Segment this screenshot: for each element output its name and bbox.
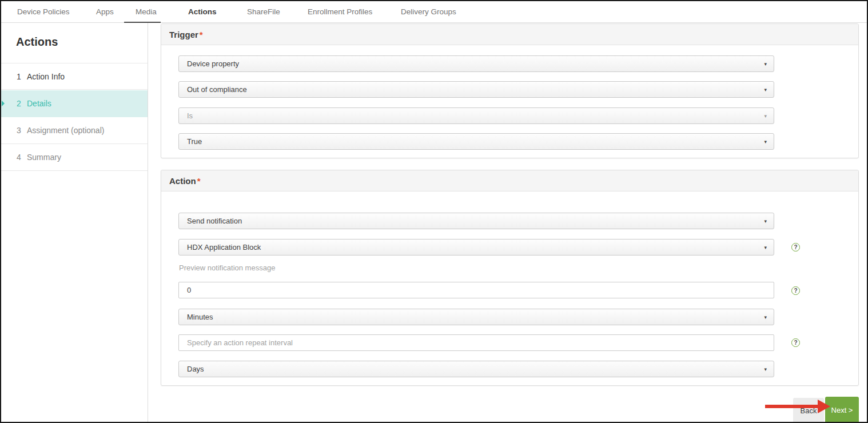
trigger-value-select[interactable]: True ▾ <box>178 133 774 150</box>
tab-sharefile[interactable]: ShareFile <box>247 1 280 23</box>
step-label: Summary <box>27 153 61 162</box>
help-icon[interactable]: ? <box>791 286 800 295</box>
step-label: Action Info <box>27 72 65 81</box>
step-number: 3 <box>17 126 21 135</box>
trigger-value-value: True <box>187 137 202 146</box>
trigger-property-value: Out of compliance <box>187 85 247 94</box>
chevron-down-icon: ▾ <box>764 113 767 119</box>
tab-apps[interactable]: Apps <box>96 1 114 23</box>
delay-value-input[interactable] <box>178 282 774 298</box>
trigger-panel: Trigger* Device property ▾ Out of compli… <box>161 23 859 158</box>
chevron-down-icon: ▾ <box>764 139 767 145</box>
delay-unit-value: Minutes <box>187 313 213 321</box>
action-panel: Action* Send notification ▾ HDX Applicat… <box>161 170 859 386</box>
top-nav: Device Policies Apps Media Actions Share… <box>1 1 867 23</box>
chevron-down-icon: ▾ <box>764 314 767 320</box>
tab-actions[interactable]: Actions <box>188 1 217 23</box>
notification-template-value: HDX Application Block <box>187 243 261 252</box>
active-step-arrow-icon <box>2 101 5 106</box>
delay-unit-select[interactable]: Minutes ▾ <box>178 309 774 325</box>
chevron-down-icon: ▾ <box>764 366 767 372</box>
required-marker: * <box>200 30 203 39</box>
step-label: Details <box>27 99 51 108</box>
step-number: 1 <box>17 72 21 81</box>
chevron-down-icon: ▾ <box>764 245 767 250</box>
trigger-panel-header: Trigger* <box>161 24 858 45</box>
trigger-type-select[interactable]: Device property ▾ <box>178 55 774 72</box>
media-tab-underline <box>124 22 161 23</box>
action-type-value: Send notification <box>187 217 242 225</box>
trigger-condition-select: Is ▾ <box>178 107 774 124</box>
tab-enrollment-profiles[interactable]: Enrollment Profiles <box>308 1 372 23</box>
page-title: Actions <box>16 35 58 49</box>
chevron-down-icon: ▾ <box>764 218 767 224</box>
action-title: Action <box>169 176 196 186</box>
trigger-title: Trigger <box>169 30 198 39</box>
preview-notification-link[interactable]: Preview notification message <box>179 264 275 272</box>
repeat-interval-unit-select[interactable]: Days ▾ <box>178 361 774 377</box>
annotation-arrow <box>765 405 819 408</box>
step-label: Assignment (optional) <box>27 126 104 135</box>
tab-device-policies[interactable]: Device Policies <box>17 1 70 23</box>
sidebar-divider <box>148 23 148 422</box>
chevron-down-icon: ▾ <box>764 61 767 67</box>
annotation-arrow-head-icon <box>818 400 830 413</box>
repeat-interval-unit-value: Days <box>187 365 204 373</box>
help-icon[interactable]: ? <box>791 243 800 252</box>
trigger-condition-value: Is <box>187 111 193 120</box>
action-panel-header: Action* <box>161 170 858 191</box>
required-marker: * <box>197 176 201 186</box>
help-icon[interactable]: ? <box>791 338 800 347</box>
action-type-select[interactable]: Send notification ▾ <box>178 213 774 229</box>
sidebar-step-action-info[interactable]: 1 Action Info <box>1 63 148 90</box>
sidebar-step-assignment[interactable]: 3 Assignment (optional) <box>1 117 148 144</box>
tab-media[interactable]: Media <box>136 1 157 23</box>
step-number: 4 <box>17 153 21 162</box>
repeat-interval-input[interactable] <box>178 334 774 351</box>
sidebar-step-details[interactable]: 2 Details <box>1 90 148 117</box>
trigger-type-value: Device property <box>187 59 239 68</box>
app-window: Device Policies Apps Media Actions Share… <box>0 0 868 423</box>
notification-template-select[interactable]: HDX Application Block ▾ <box>178 239 774 256</box>
trigger-property-select[interactable]: Out of compliance ▾ <box>178 81 774 98</box>
tab-delivery-groups[interactable]: Delivery Groups <box>401 1 456 23</box>
sidebar-step-summary[interactable]: 4 Summary <box>1 144 148 171</box>
chevron-down-icon: ▾ <box>764 87 767 93</box>
step-number: 2 <box>17 99 21 108</box>
